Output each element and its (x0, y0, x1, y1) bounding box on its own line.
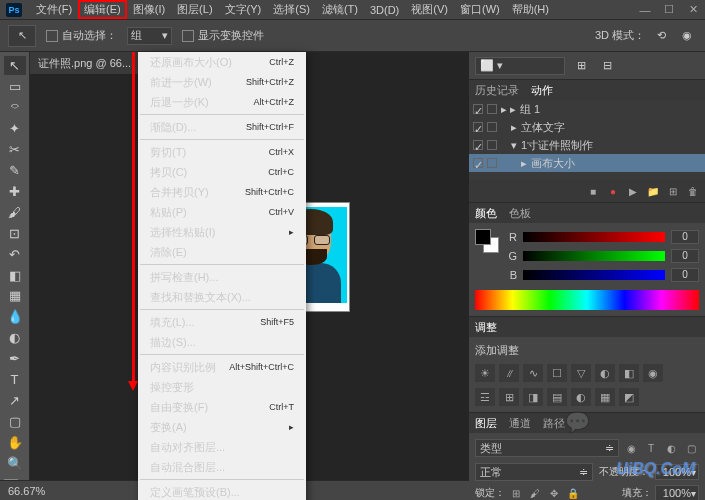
show-transform-option[interactable]: 显示变换控件 (182, 28, 264, 43)
action-item[interactable]: ✓▸ ▸组 1 (469, 100, 705, 118)
menu-item[interactable]: 填充(L)...Shift+F5 (138, 312, 306, 332)
close-button[interactable]: ✕ (681, 1, 705, 19)
menu-item[interactable]: 渐隐(D)...Shift+Ctrl+F (138, 117, 306, 137)
menu-select[interactable]: 选择(S) (267, 0, 316, 19)
hue-icon[interactable]: ◐ (595, 364, 615, 382)
shape-tool[interactable]: ▢ (4, 412, 26, 431)
lookup-icon[interactable]: ⊞ (499, 388, 519, 406)
mode3d-icon[interactable]: ⟲ (651, 26, 671, 46)
lock-pos-icon[interactable]: ✥ (546, 486, 562, 500)
tab-channels[interactable]: 通道 (509, 414, 531, 433)
tab-history[interactable]: 历史记录 (475, 81, 519, 100)
eyedropper-tool[interactable]: ✎ (4, 161, 26, 180)
auto-select-option[interactable]: 自动选择： (46, 28, 117, 43)
delete-button[interactable]: 🗑 (684, 183, 702, 199)
eraser-tool[interactable]: ◧ (4, 266, 26, 285)
curves-icon[interactable]: ∿ (523, 364, 543, 382)
play-button[interactable]: ▶ (624, 183, 642, 199)
lock-pixel-icon[interactable]: 🖌 (527, 486, 543, 500)
r-value[interactable]: 0 (671, 230, 699, 244)
menu-item[interactable]: 自由变换(F)Ctrl+T (138, 397, 306, 417)
brush-tool[interactable]: 🖌 (4, 203, 26, 222)
mode3d-icon2[interactable]: ◉ (677, 26, 697, 46)
g-slider[interactable] (523, 251, 665, 261)
bw-icon[interactable]: ◧ (619, 364, 639, 382)
blur-tool[interactable]: 💧 (4, 307, 26, 326)
vibrance-icon[interactable]: ▽ (571, 364, 591, 382)
tab-paths[interactable]: 路径 (543, 414, 565, 433)
menu-item[interactable]: 查找和替换文本(X)... (138, 287, 306, 307)
b-slider[interactable] (523, 270, 665, 280)
zoom-tool[interactable]: 🔍 (4, 454, 26, 473)
menu-filter[interactable]: 滤镜(T) (316, 0, 364, 19)
move-tool[interactable]: ↖ (4, 56, 26, 75)
exposure-icon[interactable]: ☐ (547, 364, 567, 382)
tab-adjustments[interactable]: 调整 (475, 318, 497, 337)
menu-item[interactable]: 拼写检查(H)... (138, 267, 306, 287)
menu-item[interactable]: 合并拷贝(Y)Shift+Ctrl+C (138, 182, 306, 202)
poster-icon[interactable]: ▤ (547, 388, 567, 406)
marquee-tool[interactable]: ▭ (4, 77, 26, 96)
layer-filter-select[interactable]: ⬜ ▾ (475, 57, 565, 75)
gradient-icon[interactable]: ▦ (595, 388, 615, 406)
levels-icon[interactable]: ⫽ (499, 364, 519, 382)
brightness-icon[interactable]: ☀ (475, 364, 495, 382)
new-folder-button[interactable]: 📁 (644, 183, 662, 199)
menu-file[interactable]: 文件(F) (30, 0, 78, 19)
lasso-tool[interactable]: ⌔ (4, 98, 26, 117)
align-icon[interactable]: ⊟ (597, 56, 617, 76)
menu-item[interactable]: 选择性粘贴(I)▸ (138, 222, 306, 242)
action-item[interactable]: ✓▸画布大小 (469, 154, 705, 172)
heal-tool[interactable]: ✚ (4, 182, 26, 201)
tab-actions[interactable]: 动作 (531, 81, 553, 100)
maximize-button[interactable]: ☐ (657, 1, 681, 19)
zoom-level[interactable]: 66.67% (8, 485, 45, 497)
selective-icon[interactable]: ◩ (619, 388, 639, 406)
menu-item[interactable]: 后退一步(K)Alt+Ctrl+Z (138, 92, 306, 112)
dodge-tool[interactable]: ◐ (4, 328, 26, 347)
menu-item[interactable]: 前进一步(W)Shift+Ctrl+Z (138, 72, 306, 92)
menu-type[interactable]: 文字(Y) (219, 0, 268, 19)
move-tool-preset[interactable]: ↖ (8, 25, 36, 47)
invert-icon[interactable]: ◨ (523, 388, 543, 406)
photo-filter-icon[interactable]: ◉ (643, 364, 663, 382)
menu-item[interactable]: 自动混合图层... (138, 457, 306, 477)
menu-help[interactable]: 帮助(H) (506, 0, 555, 19)
fill-value[interactable]: 100%▾ (655, 485, 699, 500)
action-item[interactable]: ✓▸立体文字 (469, 118, 705, 136)
menu-item[interactable]: 粘贴(P)Ctrl+V (138, 202, 306, 222)
filter-icon[interactable]: ◉ (623, 441, 639, 455)
filter-icon[interactable]: ▢ (683, 441, 699, 455)
filter-icon[interactable]: ◐ (663, 441, 679, 455)
menu-edit[interactable]: 编辑(E) (78, 0, 127, 19)
new-button[interactable]: ⊞ (664, 183, 682, 199)
color-swatches[interactable] (475, 229, 499, 253)
type-tool[interactable]: T (4, 370, 26, 389)
lock-trans-icon[interactable]: ⊞ (508, 486, 524, 500)
wand-tool[interactable]: ✦ (4, 119, 26, 138)
menu-layer[interactable]: 图层(L) (171, 0, 218, 19)
filter-type-select[interactable]: 类型≑ (475, 439, 619, 457)
minimize-button[interactable]: — (633, 1, 657, 19)
menu-3d[interactable]: 3D(D) (364, 2, 405, 18)
align-icon[interactable]: ⊞ (571, 56, 591, 76)
stamp-tool[interactable]: ⊡ (4, 224, 26, 243)
menu-item[interactable]: 定义画笔预设(B)... (138, 482, 306, 500)
r-slider[interactable] (523, 232, 665, 242)
record-button[interactable]: ● (604, 183, 622, 199)
tab-layers[interactable]: 图层 (475, 414, 497, 433)
b-value[interactable]: 0 (671, 268, 699, 282)
lock-all-icon[interactable]: 🔒 (565, 486, 581, 500)
path-tool[interactable]: ↗ (4, 391, 26, 410)
stop-button[interactable]: ■ (584, 183, 602, 199)
menu-item[interactable]: 变换(A)▸ (138, 417, 306, 437)
filter-icon[interactable]: T (643, 441, 659, 455)
tab-swatches[interactable]: 色板 (509, 204, 531, 223)
menu-item[interactable]: 自动对齐图层... (138, 437, 306, 457)
pen-tool[interactable]: ✒ (4, 349, 26, 368)
menu-view[interactable]: 视图(V) (405, 0, 454, 19)
tab-color[interactable]: 颜色 (475, 204, 497, 223)
menu-item[interactable]: 拷贝(C)Ctrl+C (138, 162, 306, 182)
auto-select-dropdown[interactable]: 组▾ (127, 27, 172, 45)
hand-tool[interactable]: ✋ (4, 433, 26, 452)
